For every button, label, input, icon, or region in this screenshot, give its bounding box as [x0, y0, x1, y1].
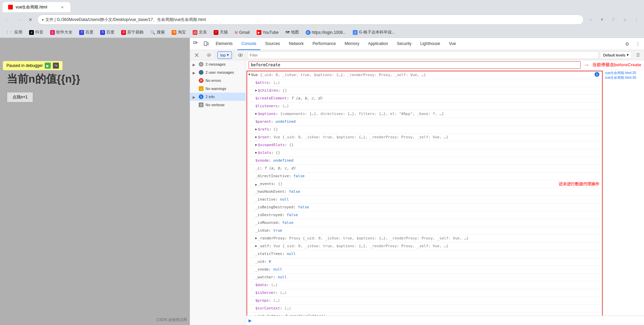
bookmark-suning-label: 苏宁易购: [127, 29, 144, 35]
bookmark-star-icon[interactable]: ☆: [586, 15, 595, 24]
console-line-scopedslots: ▶ $scopedSlots: {}: [247, 141, 602, 149]
vue-expand-icon[interactable]: ▶: [248, 74, 251, 75]
bookmark-gmail[interactable]: M Gmail: [232, 28, 253, 37]
self-expand-icon[interactable]: ▶: [255, 244, 257, 248]
bookmark-ruanjian[interactable]: S 软件大全: [47, 28, 75, 37]
source-link-35[interactable]: vue生命周期.html:35: [605, 71, 643, 75]
bookmark-suning[interactable]: 苏 苏宁易购: [119, 28, 146, 37]
profile-icon[interactable]: ▼: [597, 15, 607, 24]
clear-console-button[interactable]: [191, 51, 202, 59]
tab-vue[interactable]: Vue: [445, 38, 460, 50]
bookmark-search-label: 搜索: [157, 29, 165, 35]
sidebar-toggle-button[interactable]: ☰: [633, 50, 643, 60]
vnode-content: $vnode: undefined: [255, 158, 599, 164]
forward-button[interactable]: →: [14, 15, 24, 24]
tab-close-button[interactable]: ✕: [60, 4, 65, 10]
console-line-isvue: _isVue: true: [247, 227, 602, 235]
tab-sources[interactable]: Sources: [261, 38, 284, 50]
get-attrs-content: get $attrs: f reactiveGetter(): [258, 313, 599, 316]
login-icon: @: [306, 30, 310, 35]
tab-performance[interactable]: Performance: [308, 38, 340, 50]
bc-input-field[interactable]: [249, 61, 581, 69]
tab-security[interactable]: Security: [393, 38, 415, 50]
tab-console[interactable]: Console: [237, 38, 260, 50]
tab-network[interactable]: Network: [285, 38, 308, 50]
console-line-inactive: _inactive: null: [247, 196, 602, 204]
gmail-icon: M: [235, 30, 238, 34]
scopedslots-expand-icon[interactable]: ▶: [255, 143, 257, 146]
click-n-plus-1-button[interactable]: 点我n+1: [7, 92, 33, 102]
address-bar[interactable]: ● 文件 | G:/360MoveData/Users/静小文/Desktop/…: [37, 15, 584, 25]
bookmark-taobao[interactable]: 淘 淘宝: [169, 28, 189, 37]
console-line-get-attrs: ▶ get $attrs: f reactiveGetter(): [247, 312, 602, 316]
bookmark-douyin-label: 抖音: [35, 29, 43, 35]
step-over-button[interactable]: ↷: [53, 63, 59, 69]
devtools-device-button[interactable]: [201, 39, 211, 49]
bookmark-search[interactable]: 🔍 搜索: [148, 28, 168, 37]
resume-button[interactable]: ▶: [45, 63, 51, 69]
main-area: Paused in debugger ▶ ↷ 当前n的值{{n}} 点我n+1 …: [0, 38, 644, 325]
ruanjian-icon: S: [50, 30, 55, 35]
options-expand-icon[interactable]: ▶: [255, 112, 257, 115]
bookmark-jd[interactable]: JD 京东: [190, 28, 210, 37]
bookmark-apps[interactable]: ⋮⋮ 应用: [3, 28, 25, 37]
bookmark-baidu1[interactable]: 百 百度: [77, 28, 96, 37]
scopedslots-content: $scopedSlots: {}: [258, 142, 599, 148]
console-line-createelement: $createElement: f (a, b, c, d): [247, 95, 602, 102]
refs-expand-icon[interactable]: ▶: [255, 127, 257, 131]
bookmark-youtube[interactable]: ▶ YouTube: [254, 28, 281, 37]
messages-expand-icon: ▶: [193, 63, 195, 67]
sidebar-item-info[interactable]: ▶ i 2 info: [190, 93, 245, 101]
sidebar-item-errors[interactable]: ▶ ✕ No errors: [190, 76, 245, 85]
search-icon: 🔍: [150, 30, 155, 35]
top-context-button[interactable]: top ▾: [217, 51, 232, 59]
reload-button[interactable]: ✕: [26, 15, 35, 24]
tab-lighthouse[interactable]: Lighthouse: [416, 38, 444, 50]
bookmark-map[interactable]: 🗺 地图: [283, 28, 302, 37]
svg-rect-4: [207, 43, 209, 45]
console-line-renderproxy: ▶ _renderProxy: Proxy {_uid: 0, _isVue: …: [247, 235, 602, 242]
devtools-inspect-button[interactable]: [191, 39, 201, 49]
bookmark-login[interactable]: @ https://login.1008...: [303, 28, 349, 37]
sidebar-item-user-messages[interactable]: ▶ 👤 2 user messages: [190, 68, 245, 76]
console-line-vue-root: ▶ Vue {_uid: 0, _isVue: true, $options: …: [247, 71, 602, 79]
events-expand-icon[interactable]: ▶: [255, 183, 257, 186]
attrs-content: $attrs: (…): [255, 80, 599, 86]
renderproxy-content: _renderProxy: Proxy {_uid: 0, _isVue: tr…: [258, 235, 599, 241]
bookmark-gezi[interactable]: G G·格子达本科毕设...: [350, 28, 398, 37]
back-button[interactable]: ←: [3, 15, 12, 24]
renderproxy-expand-icon[interactable]: ▶: [255, 236, 257, 240]
bookmark-tianmao[interactable]: T 天猫: [211, 28, 231, 37]
console-line-statictrees: _staticTrees: null: [247, 250, 602, 258]
messages-icon: ≡: [199, 62, 203, 67]
extension-icon[interactable]: ⚐: [609, 15, 618, 24]
browser-tab[interactable]: vue生命周期.html ✕: [3, 2, 70, 12]
source-link-36[interactable]: vue生命周期.html:36: [605, 75, 643, 80]
tab-application[interactable]: Application: [364, 38, 392, 50]
root-expand-icon[interactable]: ▶: [255, 135, 257, 139]
bookmark-douyin[interactable]: d 抖音: [26, 28, 46, 37]
statictrees-content: _staticTrees: null: [255, 251, 599, 257]
console-main-content: → 当前停留在beforeCreate ▶: [246, 60, 644, 325]
bookmark-baidu2[interactable]: 百 百度: [98, 28, 117, 37]
children-expand-icon[interactable]: ▶: [255, 89, 257, 92]
console-input[interactable]: [253, 318, 641, 323]
isvue-content: _isVue: true: [255, 228, 599, 234]
tab-memory[interactable]: Memory: [341, 38, 363, 50]
sidebar-item-verbose[interactable]: ▶ ☰ No verbose: [190, 101, 245, 109]
devtools-body: ▶ ≡ 2 messages ▶ 👤 2 user messages ▶ ✕ N…: [190, 60, 644, 325]
console-output-scroll[interactable]: ▶ Vue {_uid: 0, _isVue: true, $options: …: [246, 70, 603, 316]
vue-object-box: ▶ Vue {_uid: 0, _isVue: true, $options: …: [246, 71, 603, 316]
more-options-button[interactable]: ⋮: [633, 39, 643, 49]
tab-elements[interactable]: Elements: [212, 38, 237, 50]
filter-input[interactable]: [247, 51, 599, 59]
default-levels-button[interactable]: Default levels ▾: [600, 51, 632, 59]
menu-icon[interactable]: ⋮: [632, 15, 641, 24]
sidebar-item-messages[interactable]: ▶ ≡ 2 messages: [190, 60, 245, 68]
sidebar-item-warnings[interactable]: ▶ ⚠ No warnings: [190, 85, 245, 93]
console-settings-button[interactable]: [203, 51, 214, 59]
account-icon[interactable]: ☺: [620, 15, 630, 24]
eye-icon-button[interactable]: [235, 51, 246, 59]
settings-button[interactable]: ⚙: [622, 39, 632, 49]
slots-expand-icon[interactable]: ▶: [255, 151, 257, 154]
